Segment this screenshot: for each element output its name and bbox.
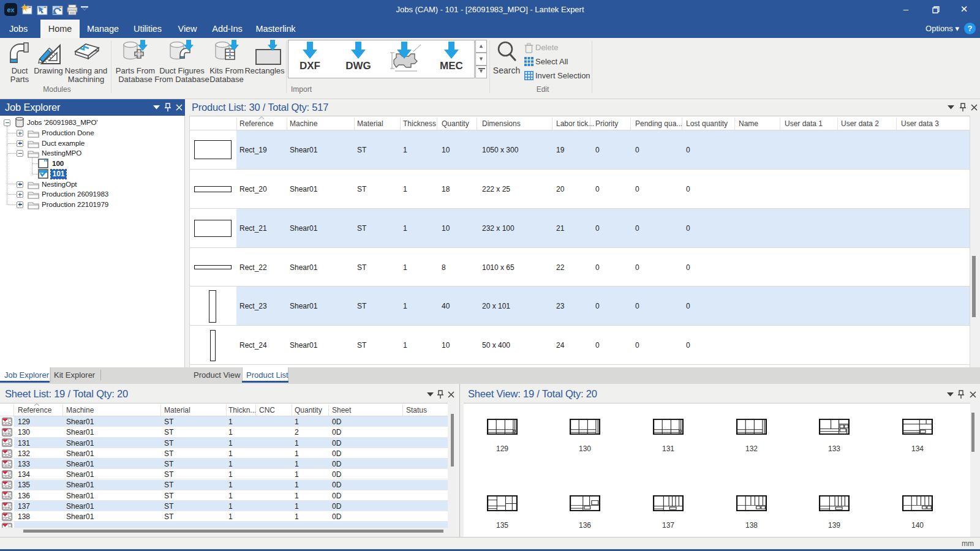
svg-text:ex: ex: [7, 6, 15, 13]
